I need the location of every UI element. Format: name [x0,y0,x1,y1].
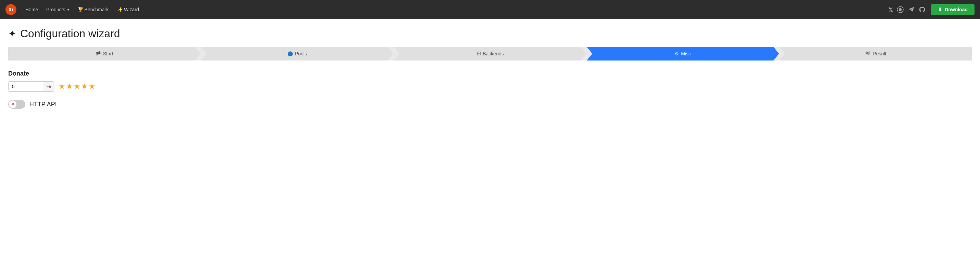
reddit-icon[interactable] [897,6,904,13]
step-start[interactable]: 🏴 Start [8,47,200,60]
http-api-label: HTTP API [29,101,57,108]
result-icon: 🏁 [865,51,870,56]
page-title: ✦ Configuration wizard [8,27,972,40]
step-backends[interactable]: 🎞 Backends [394,47,586,60]
donate-title: Donate [8,70,972,77]
http-api-toggle[interactable]: ✕ [8,100,25,109]
step-result[interactable]: 🏁 Result [780,47,972,60]
twitter-icon[interactable]: 𝕏 [888,6,893,13]
wizard-title-icon: ✦ [8,28,16,39]
star-2: ★ [66,82,73,91]
main-content: ✦ Configuration wizard 🏴 Start 🔵 Pools 🎞… [0,19,980,114]
donate-input[interactable] [8,82,43,91]
star-1: ★ [59,82,65,91]
star-3: ★ [73,82,80,91]
telegram-icon[interactable] [908,6,915,13]
step-misc[interactable]: ⚙ Misc [587,47,779,60]
benchmark-icon: 🏆 [77,7,83,12]
donate-pct-label: % [43,82,54,91]
navbar: Xr Home Products ▾ 🏆 Benchmark ✨ Wizard … [0,0,980,19]
brand-icon: Xr [5,4,16,15]
star-4: ★ [81,82,88,91]
github-icon[interactable] [919,6,926,13]
toggle-thumb: ✕ [9,100,16,108]
nav-home[interactable]: Home [22,5,41,14]
donate-input-wrap: % [8,81,54,92]
nav-benchmark[interactable]: 🏆 Benchmark [74,5,112,14]
download-button[interactable]: ⬇ Download [931,4,975,15]
chevron-down-icon: ▾ [67,8,69,12]
step-pools[interactable]: 🔵 Pools [201,47,393,60]
nav-links: Home Products ▾ 🏆 Benchmark ✨ Wizard [22,5,888,14]
toggle-track: ✕ [8,100,25,109]
download-icon: ⬇ [938,7,942,12]
stars-rating: ★ ★ ★ ★ ★ [59,82,95,91]
donate-row: % ★ ★ ★ ★ ★ [8,81,972,92]
svg-point-1 [899,8,902,11]
backends-icon: 🎞 [476,51,481,56]
star-5: ★ [89,82,95,91]
wizard-icon: ✨ [117,7,123,12]
misc-icon: ⚙ [675,51,679,56]
http-api-row: ✕ HTTP API [8,100,972,109]
start-icon: 🏴 [95,51,101,56]
toggle-x-icon: ✕ [11,102,14,107]
nav-products[interactable]: Products ▾ [43,5,72,14]
social-links: 𝕏 [888,6,926,13]
pools-icon: 🔵 [288,51,293,56]
wizard-steps: 🏴 Start 🔵 Pools 🎞 Backends ⚙ Misc 🏁 Resu… [8,47,972,60]
brand[interactable]: Xr [5,4,16,15]
nav-wizard[interactable]: ✨ Wizard [113,5,142,14]
